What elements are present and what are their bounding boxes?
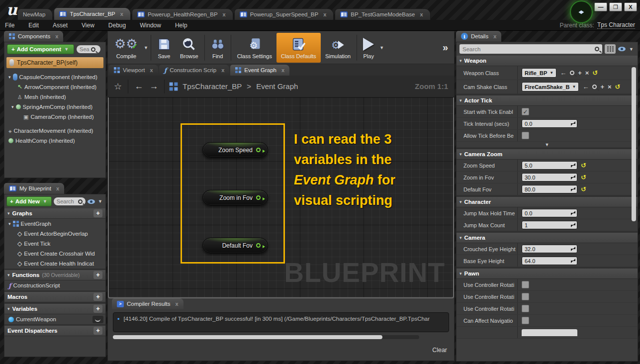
value-slider-icon[interactable]	[571, 175, 575, 180]
plus-icon[interactable]: +	[578, 69, 582, 77]
favorite-star-icon[interactable]: ☆	[114, 81, 122, 92]
close-icon[interactable]: x	[120, 11, 123, 17]
scrollbar-thumb[interactable]	[113, 335, 382, 339]
reset-icon[interactable]: ↺	[615, 83, 621, 91]
variables-header[interactable]: ▾ Variables +	[4, 304, 105, 314]
component-row[interactable]: ▾ CapsuleComponent (Inherited)	[4, 72, 105, 82]
zoom-in-fov-input[interactable]: 30.0	[522, 173, 577, 182]
menu-help[interactable]: Help	[175, 22, 187, 29]
tab-bp-testgamemodebase[interactable]: BP_TestGameModeBase x	[335, 8, 430, 20]
node-default-fov[interactable]: Default Fov	[202, 238, 268, 253]
section-actor-tick[interactable]: ▾ Actor Tick	[457, 95, 638, 106]
class-settings-button[interactable]: ⚙ Class Settings	[233, 33, 276, 63]
back-arrow-icon[interactable]: ←	[134, 81, 143, 91]
section-camera-zoom[interactable]: ▾ Camera Zoom	[457, 149, 638, 160]
tab-viewport[interactable]: Viewport x	[109, 65, 158, 76]
close-icon[interactable]: x	[420, 11, 423, 17]
variable-hidden-eye-icon[interactable]	[92, 316, 103, 323]
tutorial-highlight-icon[interactable]: ◆	[570, 0, 593, 23]
close-icon[interactable]: x	[55, 33, 58, 39]
play-dropdown-icon[interactable]: ▼	[379, 45, 384, 50]
output-pin-icon[interactable]	[256, 243, 261, 248]
maximize-button[interactable]: ❐	[609, 2, 622, 11]
close-icon[interactable]: x	[150, 67, 153, 73]
value-slider-icon[interactable]	[571, 163, 575, 168]
use-selected-arrow-icon[interactable]: ←	[582, 83, 589, 91]
checkbox-unchecked[interactable]	[522, 317, 529, 324]
browse-button[interactable]: Browse	[176, 33, 203, 63]
event-row[interactable]: ◇ Event Tick	[4, 239, 105, 249]
component-row[interactable]: ↖ ArrowComponent (Inherited)	[4, 82, 105, 92]
components-search-input[interactable]: Sea	[77, 45, 100, 53]
component-row[interactable]: HealthComp (Inherited)	[4, 136, 105, 146]
close-icon[interactable]: x	[223, 11, 226, 17]
graphs-header[interactable]: ▾ Graphs +	[4, 208, 105, 219]
tab-event-graph[interactable]: Event Graph x	[230, 65, 289, 76]
details-search-input[interactable]: Search	[459, 44, 602, 54]
add-function-button[interactable]: +	[93, 271, 102, 279]
clear-button[interactable]: Clear	[432, 347, 447, 354]
checkbox-unchecked[interactable]	[522, 305, 529, 312]
close-icon[interactable]: x	[323, 11, 326, 17]
default-fov-input[interactable]: 80.0	[522, 185, 577, 193]
variable-row[interactable]: CurrentWeapon	[4, 314, 105, 324]
value-slider-icon[interactable]	[571, 211, 575, 215]
my-blueprint-tab[interactable]: My Blueprint x	[4, 183, 64, 194]
cam-shake-class-dropdown[interactable]: FireCamShake_B ▼	[522, 82, 579, 91]
output-pin-icon[interactable]	[256, 195, 261, 200]
macros-header[interactable]: Macros +	[4, 292, 105, 302]
jump-max-count-input[interactable]: 1	[522, 221, 577, 229]
value-slider-icon[interactable]	[571, 223, 575, 227]
menu-view[interactable]: View	[82, 22, 94, 29]
simulation-button[interactable]: ⚙ Simulation	[321, 33, 355, 63]
checkbox-unchecked[interactable]	[522, 293, 529, 300]
close-icon[interactable]: x	[281, 67, 284, 73]
expanded-caret-icon[interactable]: ▾	[11, 104, 14, 109]
add-macro-button[interactable]: +	[93, 293, 102, 301]
menu-window[interactable]: Window	[140, 22, 161, 29]
tick-interval-input[interactable]: 0.0	[522, 119, 577, 128]
plus-icon[interactable]: +	[600, 83, 604, 91]
zoom-speed-input[interactable]: 5.0	[522, 161, 577, 170]
component-row[interactable]: ♙ Mesh (Inherited)	[4, 92, 105, 102]
section-character[interactable]: ▾ Character	[457, 197, 638, 207]
functions-header[interactable]: ▾ Functions (30 Overridable) +	[4, 270, 105, 280]
close-icon[interactable]: x	[493, 33, 496, 39]
add-variable-button[interactable]: +	[93, 305, 102, 313]
clear-x-icon[interactable]: ×	[585, 69, 589, 77]
play-button[interactable]: Play	[359, 33, 378, 63]
expanded-caret-icon[interactable]: ▾	[8, 75, 11, 80]
value-slider-icon[interactable]	[571, 259, 575, 263]
minimize-button[interactable]: —	[594, 2, 607, 11]
jump-max-hold-time-input[interactable]: 0.0	[522, 209, 577, 217]
add-new-button[interactable]: + Add New ▼	[6, 196, 52, 206]
clear-x-icon[interactable]: ×	[608, 83, 612, 91]
use-selected-arrow-icon[interactable]: ←	[560, 69, 566, 77]
component-row[interactable]: ▾ SpringArmComp (Inherited)	[4, 102, 105, 112]
menu-edit[interactable]: Edit	[28, 22, 39, 29]
menu-file[interactable]: File	[5, 22, 14, 29]
dropdown-partial[interactable]	[522, 329, 577, 336]
find-button[interactable]: Find	[206, 33, 229, 63]
menu-asset[interactable]: Asset	[53, 22, 68, 29]
save-button[interactable]: Save	[153, 33, 176, 63]
breadcrumb-root[interactable]: TpsCharacter_BP	[183, 82, 242, 91]
event-row[interactable]: ◇ Event Create Crosshair Wid	[4, 249, 105, 259]
value-slider-icon[interactable]	[571, 187, 575, 191]
compiler-log[interactable]: • [4146.20] Compile of TpsCharacter_BP s…	[113, 312, 449, 332]
toolbar-overflow-chevron[interactable]: »	[443, 42, 452, 53]
component-self-row[interactable]: TpsCharacter_BP(self)	[6, 57, 103, 68]
components-tab[interactable]: Components x	[4, 31, 63, 42]
close-icon[interactable]: x	[56, 185, 59, 191]
section-weapon[interactable]: ▾ Weapon	[457, 56, 638, 66]
display-filter-grid-icon[interactable]	[605, 44, 616, 54]
weapon-class-dropdown[interactable]: Rifle_BP ▼	[522, 68, 556, 78]
chevron-down-icon[interactable]: ▼	[629, 47, 634, 52]
output-pin-icon[interactable]	[256, 148, 261, 152]
visibility-eye-icon[interactable]	[88, 199, 95, 204]
event-row[interactable]: ◇ Event ActorBeginOverlap	[4, 229, 105, 239]
section-camera[interactable]: ▾ Camera	[457, 233, 638, 243]
visibility-eye-icon[interactable]	[618, 47, 626, 51]
tab-powerup-superspeed[interactable]: Powerup_SuperSpeed_BP x	[234, 8, 334, 20]
reset-icon[interactable]: ↺	[581, 162, 586, 169]
